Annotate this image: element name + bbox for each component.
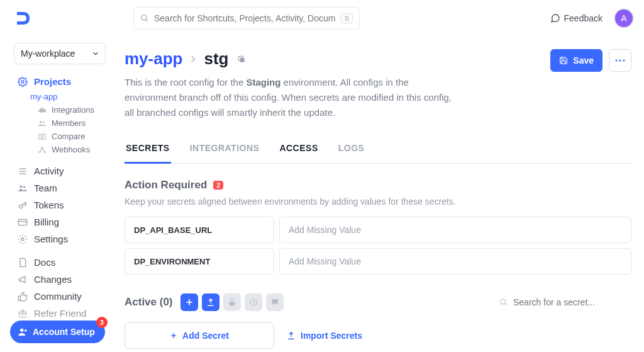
- feedback-link[interactable]: Feedback: [550, 13, 602, 23]
- svg-point-34: [20, 329, 23, 332]
- users-icon: [38, 119, 47, 128]
- nav-billing[interactable]: Billing: [0, 213, 112, 230]
- import-icon: [287, 331, 296, 340]
- svg-point-4: [43, 121, 45, 123]
- gear-icon: [18, 77, 28, 87]
- nav-team[interactable]: Team: [0, 179, 112, 196]
- svg-point-7: [42, 147, 43, 148]
- action-required-subtitle: Keep your secrets aligned between enviro…: [125, 196, 631, 207]
- add-button[interactable]: [180, 293, 198, 311]
- nav-docs[interactable]: Docs: [0, 254, 112, 271]
- svg-point-23: [616, 60, 618, 62]
- settings-icon: [18, 234, 28, 244]
- chevron-right-icon: [189, 55, 197, 64]
- secret-search-input[interactable]: [513, 297, 631, 307]
- secret-value-input[interactable]: Add Missing Value: [279, 248, 631, 275]
- comment-button[interactable]: [266, 293, 284, 311]
- plus-icon: [185, 298, 194, 307]
- search-kbd-hint: S: [341, 13, 353, 23]
- user-plus-icon: [18, 327, 28, 337]
- secret-value-input[interactable]: Add Missing Value: [279, 217, 631, 243]
- nav-projects[interactable]: Projects: [0, 73, 112, 90]
- svg-line-31: [505, 304, 507, 305]
- chevron-down-icon: [92, 50, 99, 57]
- tab-logs[interactable]: LOGS: [337, 137, 366, 163]
- feedback-label: Feedback: [564, 13, 602, 23]
- comment-icon: [270, 298, 279, 307]
- workspace-select[interactable]: My-workplace: [14, 43, 106, 64]
- svg-rect-16: [18, 219, 26, 225]
- save-icon: [559, 56, 568, 65]
- upload-icon: [206, 298, 215, 307]
- dots-icon: [615, 59, 625, 62]
- secret-search[interactable]: [499, 297, 631, 307]
- breadcrumb-env: stg: [204, 49, 228, 69]
- nav-community[interactable]: Community: [0, 288, 112, 305]
- webhook-icon: [38, 145, 47, 154]
- nav-sub-compare[interactable]: Compare: [0, 130, 112, 143]
- docs-icon: [18, 258, 28, 268]
- nav-sub-integrations[interactable]: Integrations: [0, 103, 112, 116]
- account-setup-button[interactable]: Account Setup 3: [10, 321, 105, 343]
- nav-activity[interactable]: Activity: [0, 162, 112, 179]
- search-icon: [499, 298, 508, 307]
- plus-icon: [170, 332, 177, 339]
- megaphone-icon: [18, 275, 28, 285]
- svg-line-1: [146, 20, 148, 21]
- svg-point-13: [19, 185, 22, 188]
- svg-rect-6: [43, 133, 45, 139]
- active-secrets-label: Active (0): [125, 296, 173, 309]
- history-button[interactable]: [245, 293, 262, 311]
- action-required-title: Action Required: [125, 179, 207, 191]
- svg-point-9: [44, 151, 45, 152]
- account-setup-badge: 3: [96, 317, 108, 328]
- import-secrets-button[interactable]: Import Secrets: [287, 331, 362, 341]
- svg-rect-28: [229, 302, 234, 305]
- key-icon: [18, 200, 28, 210]
- secret-name[interactable]: DP_API_BASE_URL: [125, 217, 274, 243]
- svg-point-14: [23, 186, 25, 188]
- tabs: SECRETS INTEGRATIONS ACCESS LOGS: [125, 137, 631, 164]
- add-secret-button[interactable]: Add Secret: [125, 322, 274, 349]
- nav-changes[interactable]: Changes: [0, 271, 112, 288]
- nav-project-myapp[interactable]: my-app: [0, 90, 112, 103]
- nav-sub-webhooks[interactable]: Webhooks: [0, 143, 112, 156]
- svg-point-2: [21, 81, 24, 83]
- svg-point-25: [623, 60, 625, 62]
- secret-name[interactable]: DP_ENVIRONMENT: [125, 248, 274, 275]
- svg-point-0: [142, 15, 147, 20]
- upload-button[interactable]: [202, 293, 219, 311]
- global-search[interactable]: S: [133, 7, 360, 30]
- lock-icon: [228, 298, 236, 307]
- nav-refer[interactable]: Refer Friend: [0, 305, 112, 322]
- gift-icon: [18, 309, 28, 319]
- copy-icon[interactable]: [237, 55, 246, 64]
- list-icon: [18, 166, 28, 176]
- cloud-icon: [38, 106, 47, 115]
- svg-point-24: [619, 60, 621, 62]
- more-button[interactable]: [609, 49, 631, 72]
- breadcrumb: my-app stg: [125, 49, 458, 69]
- svg-point-30: [501, 299, 506, 304]
- lock-button[interactable]: [223, 293, 241, 311]
- nav-sub-members[interactable]: Members: [0, 116, 112, 130]
- tab-secrets[interactable]: SECRETS: [125, 137, 171, 164]
- save-button[interactable]: Save: [550, 49, 602, 72]
- card-icon: [18, 217, 28, 227]
- avatar[interactable]: A: [614, 8, 634, 28]
- feedback-icon: [550, 13, 560, 23]
- svg-point-15: [19, 205, 23, 208]
- tab-access[interactable]: ACCESS: [278, 137, 319, 163]
- nav-settings[interactable]: Settings: [0, 230, 112, 247]
- clock-icon: [249, 298, 258, 307]
- breadcrumb-app[interactable]: my-app: [125, 49, 182, 69]
- logo[interactable]: [14, 9, 33, 28]
- svg-rect-21: [240, 57, 245, 62]
- nav-tokens[interactable]: Tokens: [0, 196, 112, 213]
- svg-point-18: [21, 238, 24, 241]
- action-required-count: 2: [213, 181, 223, 190]
- secret-row: DP_ENVIRONMENT Add Missing Value: [125, 248, 631, 275]
- tab-integrations[interactable]: INTEGRATIONS: [189, 137, 261, 163]
- svg-point-3: [40, 120, 42, 123]
- global-search-input[interactable]: [154, 13, 336, 23]
